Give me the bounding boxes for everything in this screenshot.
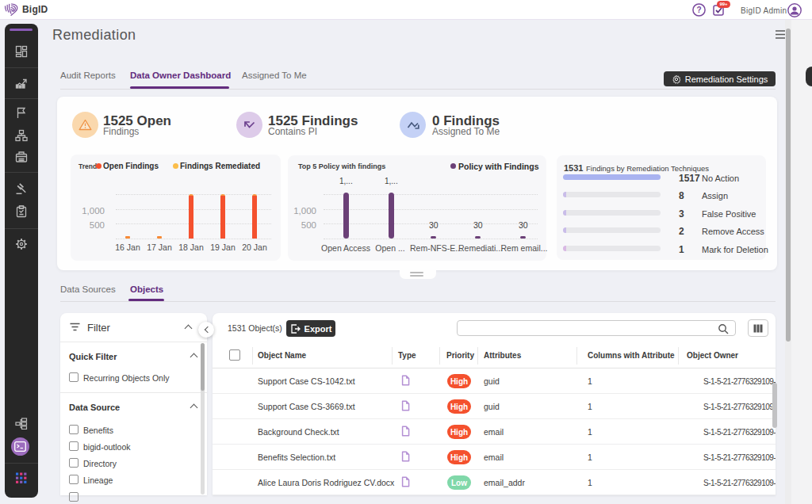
svg-text:?: ? (696, 6, 701, 14)
